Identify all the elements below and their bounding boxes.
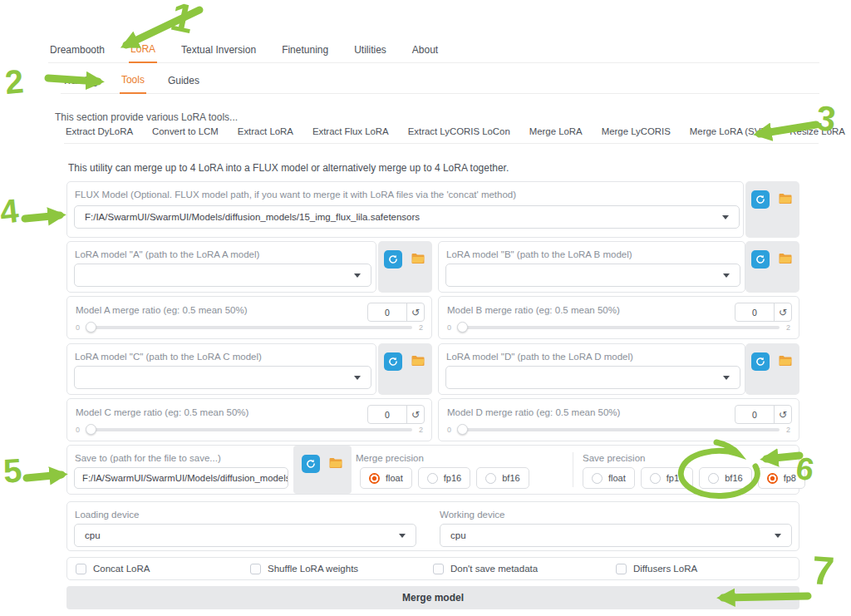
refresh-icon[interactable] [384,250,402,269]
lora-model-b-panel: LoRA model "B" (path to the LoRA B model… [438,241,745,293]
radio-merge-bf16[interactable]: bf16 [476,467,529,489]
tab-lora[interactable]: LoRA [129,43,157,63]
checkbox-concat-lora[interactable]: Concat LoRA [67,564,250,574]
tab-training[interactable]: Training [61,75,100,93]
lora-model-c-panel: LoRA model "C" (path to the LoRA C model… [66,343,376,395]
save-precision-group: float fp16 bf16 fp8 [583,467,805,489]
slider-min-label: 0 [76,323,80,332]
slider-handle[interactable] [457,424,468,435]
radio-save-fp16[interactable]: fp16 [641,467,693,489]
radio-label: float [386,473,403,483]
refresh-icon[interactable] [751,352,770,371]
ratio-c-input[interactable]: 0 [368,406,406,423]
reset-icon[interactable]: ↺ [406,406,424,423]
open-folder-icon[interactable] [410,352,426,369]
section-note: This section provide various LoRA tools.… [55,111,238,123]
tab-textual-inversion[interactable]: Textual Inversion [180,44,258,62]
tab-merge-lora[interactable]: Merge LoRA [528,126,584,143]
ratio-d-panel: Model D merge ratio (eg: 0.5 mean 50%) 0… [438,398,799,441]
ratio-a-slider[interactable] [86,326,412,329]
checkbox-icon[interactable] [433,564,444,574]
tab-extract-dylora[interactable]: Extract DyLoRA [64,126,135,143]
ratio-d-slider[interactable] [458,428,780,431]
save-to-input[interactable]: F:/IA/SwarmUI/SwarmUI/Models/diffusion_m… [74,467,288,489]
annotation-digit-7: 7 [810,550,835,592]
lora-model-d-label: LoRA model "D" (path to the LoRA D model… [446,352,633,362]
ratio-c-slider[interactable] [86,428,412,431]
checkbox-icon[interactable] [250,564,261,574]
radio-icon [650,473,661,484]
reset-icon[interactable]: ↺ [406,303,424,321]
checkbox-dont-save-metadata[interactable]: Don't save metadata [433,564,616,574]
refresh-icon[interactable] [384,352,402,371]
tab-tools[interactable]: Tools [120,74,146,94]
chevron-down-icon [775,534,781,538]
device-row-panel: Loading device cpu Working device cpu [66,501,799,551]
tab-convert-to-lcm[interactable]: Convert to LCM [150,126,220,143]
radio-merge-float[interactable]: float [360,467,412,489]
open-folder-icon[interactable] [777,352,794,369]
annotation-digit-2: 2 [3,64,25,99]
tab-merge-lycoris[interactable]: Merge LyCORIS [600,126,672,143]
checkbox-label: Don't save metadata [450,564,538,574]
reset-icon[interactable]: ↺ [774,303,791,321]
merge-model-button[interactable]: Merge model [66,586,799,609]
tab-merge-lora-svd[interactable]: Merge LoRA (SVD) [688,126,773,143]
tab-dreambooth[interactable]: Dreambooth [48,44,106,62]
loading-device-dropdown[interactable]: cpu [74,524,416,547]
lora-model-d-dropdown[interactable] [445,366,740,389]
working-device-dropdown[interactable]: cpu [440,524,792,547]
tab-utilities[interactable]: Utilities [352,44,388,62]
annotation-digit-4: 4 [0,194,20,229]
ratio-c-panel: Model C merge ratio (eg: 0.5 mean 50%) 0… [66,398,432,441]
refresh-icon[interactable] [302,455,320,473]
reset-icon[interactable]: ↺ [774,406,791,423]
radio-save-float[interactable]: float [583,467,635,489]
lora-model-c-dropdown[interactable] [74,366,371,389]
tab-guides[interactable]: Guides [166,75,201,93]
tab-extract-lycoris-locon[interactable]: Extract LyCORIS LoCon [406,126,512,143]
checkbox-label: Diffusers LoRA [633,564,697,574]
slider-min-label: 0 [447,426,451,434]
utility-note: This utility can merge up to 4 LoRA into… [68,162,509,174]
ratio-b-slider[interactable] [458,326,780,329]
slider-handle[interactable] [86,424,96,435]
flux-model-dropdown[interactable]: F:/IA/SwarmUI/SwarmUI/Models/diffusion_m… [74,205,740,229]
tab-extract-flux-lora[interactable]: Extract Flux LoRA [311,126,391,143]
open-folder-icon[interactable] [777,190,794,207]
lora-model-b-buttons [745,241,799,293]
checkbox-icon[interactable] [76,564,86,574]
ratio-d-input[interactable]: 0 [735,406,774,423]
checkbox-icon[interactable] [616,564,627,574]
tab-extract-lora[interactable]: Extract LoRA [236,126,295,143]
slider-max-label: 2 [786,426,790,434]
lora-sub-tab-bar: Training Tools Guides [61,74,819,94]
radio-save-bf16[interactable]: bf16 [699,467,751,489]
radio-label: bf16 [725,473,742,483]
arrow-5-save-to-input [27,475,61,478]
refresh-icon[interactable] [751,250,770,269]
tab-about[interactable]: About [411,44,440,62]
slider-handle[interactable] [457,322,468,333]
open-folder-icon[interactable] [410,250,426,267]
slider-handle[interactable] [86,322,96,333]
checkbox-shuffle-weights[interactable]: Shuffle LoRA weights [250,564,433,574]
lora-model-b-dropdown[interactable] [445,264,740,287]
lora-model-a-panel: LoRA model "A" (path to the LoRA A model… [66,241,376,293]
checkbox-diffusers-lora[interactable]: Diffusers LoRA [616,564,799,574]
radio-selected-icon [369,473,380,484]
chevron-down-icon [399,534,406,538]
radio-icon [485,473,496,484]
refresh-icon[interactable] [751,190,770,209]
chevron-down-icon [354,274,361,278]
merge-flux-lora-page: Dreambooth LoRA Textual Inversion Finetu… [0,0,851,616]
tab-finetuning[interactable]: Finetuning [280,44,330,62]
lora-model-c-label: LoRA model "C" (path to the LoRA C model… [75,352,262,362]
lora-model-a-dropdown[interactable] [74,264,371,287]
open-folder-icon[interactable] [327,455,344,471]
radio-merge-fp16[interactable]: fp16 [418,467,470,489]
ratio-b-input[interactable]: 0 [735,303,774,321]
ratio-a-input[interactable]: 0 [368,303,406,321]
slider-max-label: 2 [419,426,423,434]
open-folder-icon[interactable] [777,250,794,267]
